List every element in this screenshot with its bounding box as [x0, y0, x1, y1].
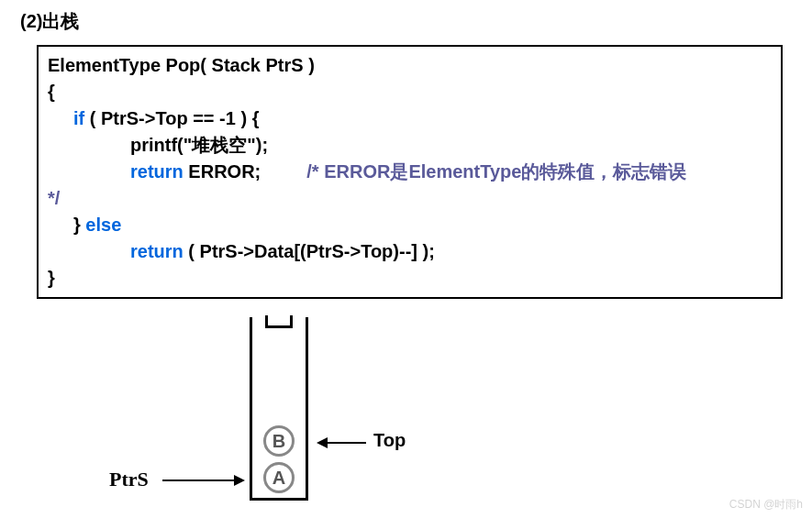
- code-text: ERROR;: [184, 161, 261, 182]
- code-line: } else: [48, 212, 772, 238]
- keyword-if: if: [73, 108, 84, 128]
- keyword-else: else: [85, 215, 121, 235]
- code-line: ElementType Pop( Stack PtrS ): [48, 52, 772, 79]
- code-line: {: [48, 79, 772, 105]
- arrow-head-icon: [234, 475, 245, 486]
- stack-diagram: B A Top PtrS: [107, 317, 621, 510]
- arrow-head-icon: [317, 437, 328, 448]
- stack-cell-b: B: [263, 425, 295, 457]
- code-line: */: [48, 185, 772, 212]
- label-top: Top: [373, 430, 406, 451]
- code-line: return ERROR; /* ERROR是ElementType的特殊值，标…: [48, 159, 772, 185]
- code-text: ( PtrS->Top == -1 ) {: [84, 108, 259, 128]
- watermark: CSDN @时雨h: [729, 497, 803, 512]
- keyword-return: return: [130, 241, 184, 261]
- arrow-top: [317, 437, 366, 448]
- keyword-return: return: [130, 161, 184, 182]
- code-line: }: [48, 265, 772, 292]
- code-line: printf("堆栈空");: [48, 132, 772, 159]
- arrow-line: [328, 442, 366, 444]
- comment-close: */: [48, 188, 60, 208]
- code-text: ( PtrS->Data[(PtrS->Top)--] );: [184, 241, 435, 261]
- comment: /* ERROR是ElementType的特殊值，标志错误: [306, 161, 686, 182]
- code-block: ElementType Pop( Stack PtrS ) { if ( Ptr…: [37, 45, 783, 299]
- label-ptrs: PtrS: [109, 468, 149, 491]
- arrow-line: [162, 479, 234, 481]
- stack-cell-a: A: [263, 462, 295, 493]
- code-line: if ( PtrS->Top == -1 ) {: [48, 105, 772, 132]
- code-text: }: [73, 215, 85, 235]
- code-line: return ( PtrS->Data[(PtrS->Top)--] );: [48, 238, 772, 265]
- arrow-ptrs: [162, 475, 245, 486]
- section-heading: (2)出栈: [20, 9, 792, 34]
- stack-notch: [265, 315, 293, 328]
